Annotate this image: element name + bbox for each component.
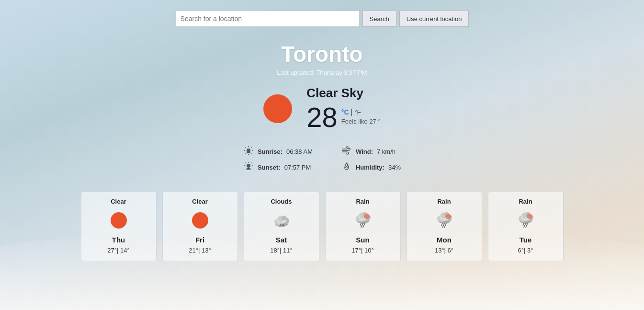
forecast-day: Mon — [437, 236, 452, 244]
svg-point-20 — [347, 167, 348, 168]
svg-rect-9 — [247, 152, 250, 153]
forecast-cloud-icon — [271, 210, 292, 231]
svg-line-5 — [246, 148, 247, 149]
svg-point-10 — [247, 164, 250, 168]
forecast-rain-icon — [352, 210, 373, 231]
wind-label: Wind: — [356, 148, 373, 155]
use-location-button[interactable]: Use current location — [399, 11, 469, 27]
svg-line-7 — [246, 153, 247, 154]
sunset-value: 07:57 PM — [284, 164, 311, 171]
sunrise-icon — [243, 146, 254, 158]
forecast-day: Thu — [112, 236, 125, 244]
forecast-day: Fri — [195, 236, 204, 244]
sunset-item: Sunset: 07:57 PM — [243, 161, 313, 173]
search-button[interactable]: Search — [362, 11, 396, 27]
main-container: Search Use current location Toronto Last… — [0, 0, 644, 261]
svg-point-40 — [445, 214, 451, 219]
forecast-temps: 18°| 11° — [270, 247, 292, 254]
celsius-button[interactable]: °C — [341, 108, 349, 116]
forecast-card: Clear Thu 27°| 14° — [81, 192, 157, 261]
svg-line-6 — [251, 153, 252, 154]
forecast-temps: 21°| 13° — [189, 247, 211, 254]
svg-point-33 — [364, 214, 370, 219]
forecast-condition: Clear — [111, 198, 126, 205]
forecast-condition: Rain — [356, 198, 369, 205]
search-bar: Search Use current location — [175, 11, 469, 27]
forecast-temps: 17°| 10° — [351, 247, 373, 254]
info-row: Sunrise: 06:38 AM — [243, 146, 401, 173]
svg-point-19 — [345, 165, 346, 166]
wind-value: 7 km/h — [377, 148, 395, 155]
forecast-day: Tue — [520, 236, 532, 244]
humidity-label: Humidity: — [356, 164, 384, 171]
svg-line-15 — [251, 163, 252, 164]
svg-point-26 — [282, 216, 286, 220]
forecast-sun-icon — [190, 210, 211, 231]
forecast-card: Clouds Sat 18°| 11° — [244, 192, 319, 261]
temp-row: 28 °C | °F Feels like 27 ° — [306, 103, 380, 131]
forecast-rain-icon — [434, 210, 455, 231]
forecast-temps: 27°| 14° — [107, 247, 129, 254]
svg-point-47 — [527, 214, 532, 219]
forecast-card: Rain Sun 17°| 10° — [325, 192, 401, 261]
forecast-day: Sun — [356, 236, 369, 244]
sunset-label: Sunset: — [258, 164, 281, 171]
forecast-condition: Rain — [437, 198, 451, 205]
forecast-day: Sat — [276, 236, 287, 244]
search-input[interactable] — [175, 11, 360, 27]
forecast-row: Clear Thu 27°| 14° Clear Fri 21°| 13° Cl… — [81, 192, 564, 261]
svg-line-8 — [251, 148, 252, 149]
forecast-card: Rain Tue 6°| 3° — [488, 192, 564, 261]
city-section: Toronto Last updated: Thursday 3:37 PM — [277, 41, 367, 76]
wind-item: Wind: 7 km/h — [341, 146, 401, 158]
unit-separator: | — [349, 108, 354, 116]
sun-info-col: Sunrise: 06:38 AM — [243, 146, 313, 173]
sunrise-label: Sunrise: — [258, 148, 282, 155]
weather-details: Clear Sky 28 °C | °F Feels like 27 ° — [306, 86, 380, 131]
svg-line-14 — [246, 163, 247, 164]
temp-unit-section: °C | °F Feels like 27 ° — [341, 103, 381, 125]
forecast-sun-icon — [108, 210, 129, 231]
sunset-icon — [243, 161, 254, 173]
forecast-card: Rain Mon 13°| 6° — [407, 192, 482, 261]
forecast-card: Clear Fri 21°| 13° — [162, 192, 238, 261]
forecast-temps: 6°| 3° — [518, 247, 533, 254]
forecast-condition: Clear — [192, 198, 208, 205]
humidity-value: 34% — [388, 164, 401, 171]
sun-icon — [263, 94, 292, 123]
last-updated: Last updated: Thursday 3:37 PM — [277, 69, 367, 76]
forecast-condition: Rain — [519, 198, 532, 205]
fahrenheit-button[interactable]: °F — [354, 108, 361, 116]
humidity-item: Humidity: 34% — [341, 161, 401, 173]
condition-text: Clear Sky — [306, 86, 380, 101]
city-name: Toronto — [277, 41, 367, 67]
forecast-condition: Clouds — [271, 198, 292, 205]
temp-units: °C | °F — [341, 108, 381, 116]
svg-rect-17 — [246, 170, 251, 171]
sunrise-item: Sunrise: 06:38 AM — [243, 146, 313, 158]
forecast-rain-icon — [515, 210, 536, 231]
main-weather: Clear Sky 28 °C | °F Feels like 27 ° — [263, 86, 380, 131]
forecast-temps: 13°| 6° — [435, 247, 453, 254]
wind-icon — [341, 146, 352, 158]
wind-info-col: Wind: 7 km/h Humidity: 34% — [341, 146, 401, 173]
temp-value: 28 — [306, 103, 338, 131]
humidity-icon — [341, 161, 352, 173]
feels-like: Feels like 27 ° — [341, 118, 381, 125]
sunrise-value: 06:38 AM — [286, 148, 313, 155]
